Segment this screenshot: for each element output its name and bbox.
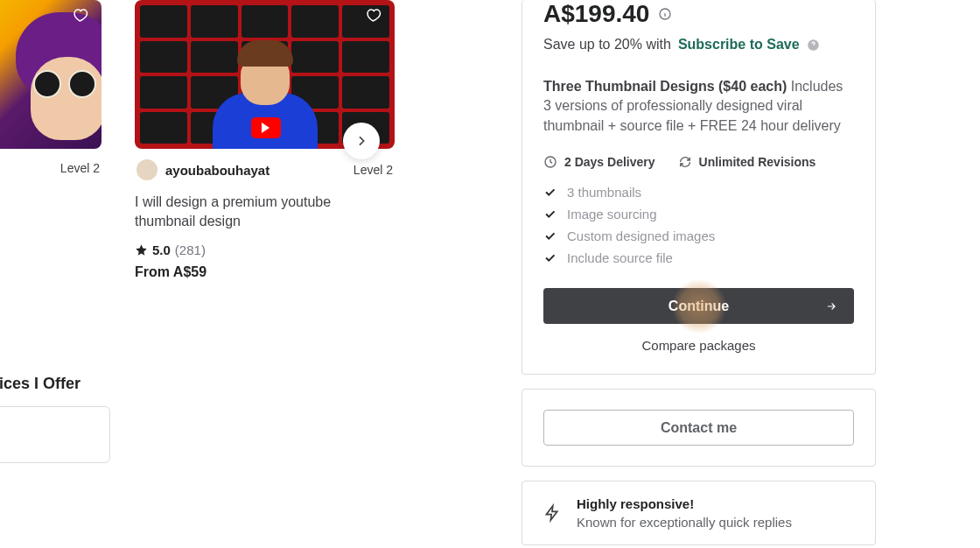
package-description: Three Thumbnail Designs ($40 each) Inclu… [543,53,854,136]
highly-responsive-panel: Highly responsive! Known for exceptional… [522,481,876,545]
feature-item: Image sourcing [543,203,854,225]
subscribe-to-save: Save up to 20% with Subscribe to Save [543,28,854,53]
seller-level: Level 2 [0,149,102,175]
feature-item: Custom designed images [543,225,854,247]
package-panel: A$199.40 Save up to 20% with Subscribe t… [522,0,876,375]
seller-link[interactable]: ayoubabouhayat [136,159,270,180]
check-icon [543,207,556,221]
rating-value: 5.0 [152,242,171,257]
feature-item: Include source file [543,247,854,269]
gig-thumbnail[interactable] [0,0,102,149]
clock-icon [543,155,557,169]
responsive-subtitle: Known for exceptionally quick replies [577,511,792,530]
contact-panel: Contact me [522,389,876,467]
lightning-icon [543,502,561,524]
gig-price: From A$59 [135,257,395,280]
feature-item: 3 thumbnails [543,181,854,203]
gig-title[interactable]: utube [0,175,102,207]
avatar [136,159,158,180]
star-icon [135,243,148,256]
carousel-next-button[interactable] [343,123,380,159]
heart-icon[interactable] [70,5,93,28]
gig-title[interactable]: I will design a premium youtube thumbnai… [135,180,388,232]
check-icon [543,229,556,242]
rating-count: (281) [175,242,206,257]
delivery-time: 2 Days Delivery [543,155,655,169]
chevron-right-icon [354,134,368,148]
subscribe-link[interactable]: Subscribe to Save [678,37,800,53]
youtube-play-icon [251,117,281,138]
service-offer-box[interactable] [0,406,110,463]
gig-card[interactable]: Level 2 utube [0,0,102,280]
seller-name: ayoubabouhayat [165,163,270,178]
heart-icon[interactable] [363,5,386,28]
arrow-right-icon [824,300,838,313]
check-icon [543,186,556,199]
info-icon[interactable] [658,7,672,21]
check-icon [543,251,556,264]
gig-rating: 5.0 (281) [135,232,395,257]
continue-button[interactable]: Continue [543,288,854,324]
contact-me-button[interactable]: Contact me [543,410,854,446]
seller-level: Level 2 [354,163,393,177]
help-icon[interactable] [807,39,820,52]
revisions: Unlimited Revisions [678,155,816,169]
responsive-title: Highly responsive! [577,496,792,511]
section-heading: Services I Offer [0,375,80,393]
refresh-icon [678,155,692,169]
package-price: A$199.40 [543,0,854,28]
compare-packages-link[interactable]: Compare packages [543,324,854,353]
